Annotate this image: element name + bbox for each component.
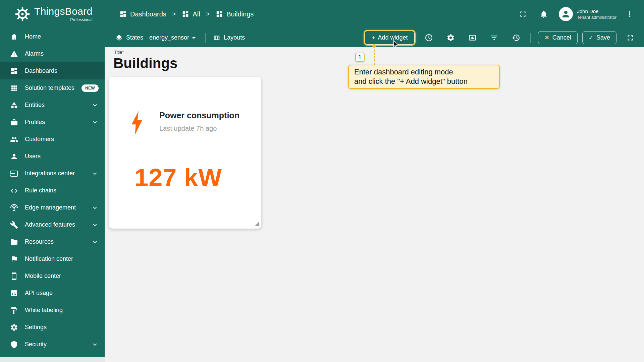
- new-badge: NEW: [82, 84, 99, 92]
- sidebar-partial-item: [0, 357, 105, 362]
- sidebar-item-api-usage[interactable]: API usage: [0, 285, 105, 302]
- fullscreen-button[interactable]: [519, 10, 527, 18]
- sidebar-item-entities[interactable]: Entities: [0, 97, 105, 114]
- widget-value: 127 kW: [135, 163, 222, 192]
- toolbar-fullscreen-button[interactable]: [626, 34, 635, 42]
- annotation-step-badge: 1: [355, 53, 365, 62]
- entity-aliases-icon: [468, 34, 477, 42]
- sidebar-item-solution-templates[interactable]: Solution templatesNEW: [0, 79, 105, 97]
- person-icon: [10, 153, 18, 161]
- sidebar-item-mobile-center[interactable]: Mobile center: [0, 267, 105, 285]
- sidebar-item-label: Home: [25, 33, 41, 40]
- code-icon: [10, 187, 18, 195]
- sidebar-item-label: Integrations center: [25, 170, 75, 177]
- sidebar-item-white-labeling[interactable]: White labeling: [0, 302, 105, 319]
- dashboard-icon: [182, 10, 189, 18]
- gear-icon: [446, 34, 455, 42]
- breadcrumb-separator: >: [172, 11, 176, 18]
- breadcrumb-dashboards[interactable]: Dashboards: [119, 10, 166, 18]
- save-button[interactable]: ✓ Save: [582, 31, 616, 44]
- filter-button[interactable]: [490, 34, 498, 42]
- plus-icon: +: [372, 35, 375, 41]
- version-history-button[interactable]: [512, 34, 520, 42]
- integration-icon: [10, 170, 18, 178]
- sidebar: HomeAlarmsDashboardsSolution templatesNE…: [0, 28, 105, 362]
- power-consumption-widget[interactable]: Power consumption Last update 7h ago 127…: [109, 77, 261, 229]
- category-icon: [10, 101, 18, 109]
- toolbar-right: + Add widget: [365, 31, 635, 45]
- breadcrumb-label: Dashboards: [130, 10, 166, 18]
- user-info: John Doe Tenant administrator: [577, 8, 616, 20]
- sidebar-item-label: Customers: [25, 136, 54, 143]
- more-menu-button[interactable]: [625, 10, 634, 18]
- add-widget-button[interactable]: + Add widget: [365, 31, 415, 45]
- chevron-down-icon: [91, 204, 99, 212]
- sidebar-item-label: Advanced features: [25, 221, 75, 228]
- thingsboard-logo[interactable]: ThingsBoard Professional: [0, 6, 105, 22]
- header-actions: John Doe Tenant administrator: [519, 7, 644, 21]
- sidebar-item-label: API usage: [25, 290, 53, 297]
- toolbar-divider: [530, 33, 531, 43]
- sidebar-item-security[interactable]: Security: [0, 336, 105, 353]
- breadcrumb-all[interactable]: All: [182, 10, 200, 18]
- states-icon: [115, 34, 123, 42]
- toolbar-divider: [205, 33, 206, 43]
- shield-icon: [10, 341, 18, 349]
- people-icon: [10, 135, 18, 143]
- sidebar-item-notification-center[interactable]: Notification center: [0, 250, 105, 267]
- toolbar-left: States energy_sensor Layouts: [115, 33, 245, 43]
- notifications-button[interactable]: [539, 10, 548, 18]
- sidebar-item-home[interactable]: Home: [0, 28, 105, 45]
- layouts-button[interactable]: Layouts: [213, 34, 245, 42]
- state-select[interactable]: energy_sensor: [149, 34, 198, 42]
- sidebar-item-profiles[interactable]: Profiles: [0, 114, 105, 131]
- chevron-down-icon: [91, 238, 99, 246]
- sidebar-item-settings[interactable]: Settings: [0, 319, 105, 336]
- states-control[interactable]: States: [115, 34, 143, 42]
- sidebar-item-users[interactable]: Users: [0, 148, 105, 165]
- brand-name: ThingsBoard: [34, 6, 92, 17]
- page-title[interactable]: Buildings: [113, 55, 177, 71]
- sidebar-item-resources[interactable]: Resources: [0, 233, 105, 250]
- sidebar-item-rule-chains[interactable]: Rule chains: [0, 182, 105, 199]
- sidebar-item-label: Profiles: [25, 119, 45, 126]
- check-icon: ✓: [589, 34, 593, 41]
- breadcrumb-buildings[interactable]: Buildings: [216, 10, 254, 18]
- chart-icon: [10, 289, 18, 297]
- cancel-button[interactable]: ✕ Cancel: [538, 31, 577, 44]
- sidebar-item-advanced-features[interactable]: Advanced features: [0, 216, 105, 233]
- layouts-icon: [213, 34, 220, 42]
- add-widget-label: Add widget: [378, 34, 408, 41]
- antenna-icon: [10, 204, 18, 212]
- annotation-line-1: Enter dashboard editing mode: [354, 67, 494, 77]
- gear-icon: [10, 323, 18, 331]
- sidebar-item-alarms[interactable]: Alarms: [0, 45, 105, 62]
- phone-icon: [10, 272, 18, 280]
- chevron-down-icon: [91, 102, 99, 109]
- sidebar-item-integrations-center[interactable]: Integrations center: [0, 165, 105, 182]
- sidebar-nav: HomeAlarmsDashboardsSolution templatesNE…: [0, 28, 105, 353]
- sidebar-item-customers[interactable]: Customers: [0, 131, 105, 148]
- dashboard-canvas: Title* Buildings Power consumption Last …: [105, 47, 644, 362]
- fullscreen-icon: [519, 10, 527, 18]
- user-name: John Doe: [577, 8, 616, 14]
- brand-subtitle: Professional: [70, 17, 92, 22]
- dashboard-icon: [10, 67, 18, 75]
- dropdown-arrow-icon: [190, 34, 198, 42]
- sidebar-item-label: Resources: [25, 238, 54, 245]
- sidebar-item-edge-management[interactable]: Edge management: [0, 199, 105, 216]
- person-icon: [561, 9, 571, 19]
- user-avatar[interactable]: [559, 7, 573, 21]
- widget-resize-handle[interactable]: [255, 222, 259, 226]
- flag-icon: [10, 255, 18, 263]
- sidebar-item-label: Users: [25, 153, 41, 160]
- entity-aliases-button[interactable]: [468, 34, 477, 42]
- time-window-button[interactable]: [425, 34, 433, 42]
- thingsboard-gear-icon: [15, 6, 30, 22]
- dashboard-settings-button[interactable]: [446, 34, 455, 42]
- fullscreen-icon: [626, 34, 635, 42]
- annotation-tooltip: Enter dashboard editing mode and click t…: [348, 65, 500, 89]
- sidebar-item-dashboards[interactable]: Dashboards: [0, 62, 105, 79]
- wrench-icon: [10, 221, 18, 229]
- breadcrumb: Dashboards > All > Buildings: [119, 10, 254, 18]
